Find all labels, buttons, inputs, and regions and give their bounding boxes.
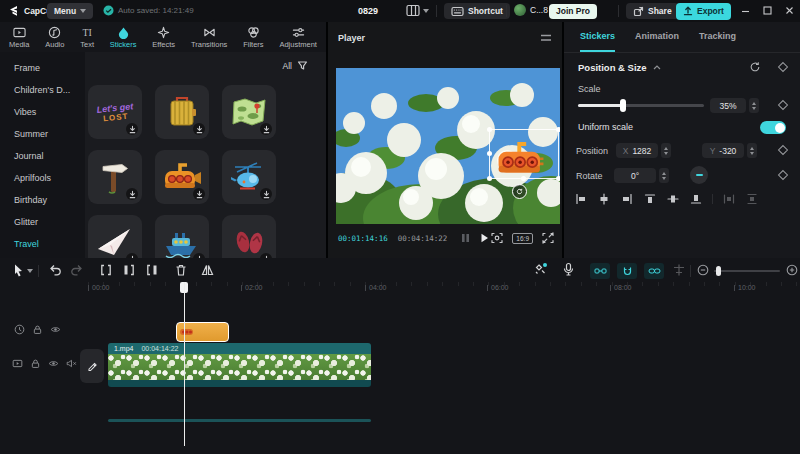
layout-switch-button[interactable] [406, 4, 429, 17]
download-badge[interactable] [260, 188, 272, 200]
preview-axis-icon[interactable] [672, 263, 686, 277]
keyframe-diamond-icon[interactable] [777, 99, 789, 111]
video-clip[interactable]: 1.mp4 00:04:14:22 [108, 343, 371, 387]
player-menu-icon[interactable] [540, 34, 552, 42]
resize-handle[interactable] [487, 176, 492, 181]
section-position-size[interactable]: Position & Size [578, 62, 661, 73]
sidebar-item-childrens-d[interactable]: Children's D... [0, 79, 85, 101]
tab-adjustment[interactable]: Adjustment [279, 22, 317, 52]
track-cover-icon[interactable] [12, 358, 23, 369]
scale-slider[interactable] [578, 104, 704, 107]
resize-handle[interactable] [487, 151, 492, 156]
split-button[interactable] [99, 263, 113, 277]
rotate-value-field[interactable]: 0° [614, 168, 656, 183]
hide-track-icon[interactable] [48, 358, 59, 369]
download-badge[interactable] [126, 123, 138, 135]
tab-effects[interactable]: Effects [152, 22, 175, 52]
resize-handle[interactable] [556, 127, 560, 132]
sidebar-item-glitter[interactable]: Glitter [0, 211, 85, 233]
stepper-up-icon[interactable] [752, 102, 756, 105]
lock-track-icon[interactable] [30, 358, 41, 369]
aspect-ratio-button[interactable]: 16:9 [512, 233, 533, 244]
rotate-stepper[interactable] [659, 168, 669, 183]
filter-icon[interactable] [297, 60, 308, 71]
align-center-horizontal-button[interactable] [597, 192, 611, 206]
keyframe-diamond-icon[interactable] [777, 61, 789, 73]
sticker-travel-map[interactable] [222, 85, 276, 139]
sidebar-item-vibes[interactable]: Vibes [0, 101, 85, 123]
smart-tool-icon[interactable] [533, 262, 548, 277]
tab-audio[interactable]: Audio [45, 22, 64, 52]
resize-handle[interactable] [521, 176, 526, 181]
delete-button[interactable] [174, 263, 188, 277]
select-tool-dropdown-icon[interactable] [27, 269, 33, 273]
position-y-stepper[interactable] [747, 143, 757, 158]
tab-animation[interactable]: Animation [635, 22, 679, 52]
align-left-button[interactable] [574, 192, 588, 206]
sticker-signpost[interactable] [88, 150, 142, 204]
lock-track-icon[interactable] [32, 324, 43, 335]
play-button[interactable] [480, 233, 489, 243]
mirror-button[interactable] [200, 263, 215, 277]
download-badge[interactable] [193, 188, 205, 200]
video-canvas[interactable] [336, 68, 560, 224]
uniform-scale-toggle[interactable] [760, 121, 786, 134]
sidebar-item-birthday[interactable]: Birthday [0, 189, 85, 211]
zoom-slider-handle[interactable] [716, 266, 721, 276]
align-right-button[interactable] [620, 192, 634, 206]
sidebar-item-journal[interactable]: Journal [0, 145, 85, 167]
reset-icon[interactable] [749, 61, 761, 73]
sticker-flip-flops[interactable] [222, 215, 276, 258]
download-badge[interactable] [193, 123, 205, 135]
tab-filters[interactable]: Filters [243, 22, 263, 52]
align-center-vertical-button[interactable] [666, 192, 680, 206]
pause-icon[interactable] [461, 233, 470, 243]
download-badge[interactable] [126, 188, 138, 200]
stepper-down-icon[interactable] [752, 107, 756, 110]
tab-text[interactable]: TI Text [80, 22, 94, 52]
record-voiceover-icon[interactable] [562, 262, 575, 277]
minimize-button[interactable] [741, 7, 750, 16]
rotate-dial[interactable] [690, 166, 708, 184]
sticker-paper-plane[interactable] [88, 215, 142, 258]
playhead-line[interactable] [184, 282, 186, 446]
slider-handle[interactable] [620, 99, 626, 112]
sidebar-item-travel[interactable]: Travel [0, 233, 85, 255]
share-button[interactable]: Share [626, 3, 679, 19]
shortcut-button[interactable]: Shortcut [444, 3, 510, 19]
select-tool-button[interactable] [12, 263, 25, 278]
keyframe-diamond-icon[interactable] [777, 144, 789, 156]
sticker-suitcase[interactable] [155, 85, 209, 139]
fullscreen-icon[interactable] [542, 232, 554, 244]
sidebar-item-summer[interactable]: Summer [0, 123, 85, 145]
sticker-lets-get-lost[interactable]: Let's get LOST [88, 85, 142, 139]
track-duration-icon[interactable] [14, 324, 25, 335]
join-pro-button[interactable]: Join Pro [549, 4, 597, 19]
sidebar-item-frame[interactable]: Frame [0, 57, 85, 79]
filter-all-label[interactable]: All [283, 61, 292, 71]
auto-link-toggle[interactable] [644, 263, 664, 279]
sticker-ship[interactable] [155, 215, 209, 258]
download-badge[interactable] [260, 123, 272, 135]
magnet-snap-toggle[interactable] [617, 263, 637, 279]
scale-value-field[interactable]: 35% [710, 98, 746, 113]
timeline-zoom-slider[interactable] [714, 270, 780, 272]
edit-clip-button[interactable] [80, 349, 104, 383]
keyframe-diamond-icon[interactable] [777, 169, 789, 181]
fit-preview-icon[interactable] [491, 232, 503, 244]
align-top-button[interactable] [643, 192, 657, 206]
tab-media[interactable]: Media [9, 22, 29, 52]
resize-handle[interactable] [487, 127, 492, 132]
tab-stickers-settings[interactable]: Stickers [580, 22, 615, 52]
account-button[interactable]: C...8 [514, 4, 548, 16]
collapsed-track[interactable] [108, 419, 371, 422]
sticker-selection-box[interactable] [489, 129, 559, 179]
tab-transitions[interactable]: Transitions [191, 22, 227, 52]
delete-left-button[interactable] [122, 263, 136, 277]
hide-track-icon[interactable] [50, 324, 61, 335]
export-button[interactable]: Export [676, 3, 731, 20]
redo-button[interactable] [70, 263, 84, 277]
sticker-submarine[interactable] [155, 150, 209, 204]
align-bottom-button[interactable] [689, 192, 703, 206]
rotate-handle[interactable] [512, 184, 527, 199]
